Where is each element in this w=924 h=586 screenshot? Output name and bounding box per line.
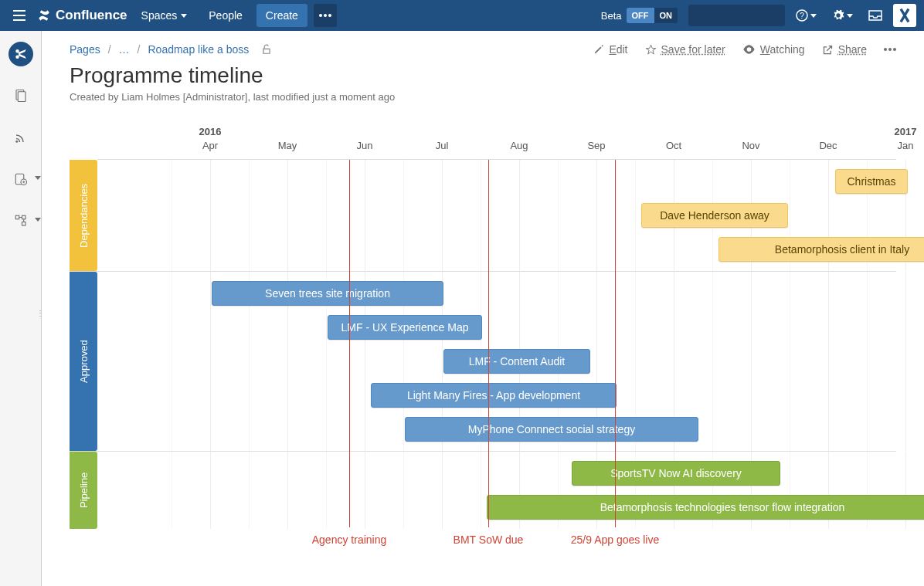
- hamburger-icon[interactable]: [8, 4, 31, 27]
- lane-label: Dependancies: [70, 160, 97, 271]
- page-actions: Edit Save for later Watching Share: [593, 43, 896, 56]
- axis-month-label: Apr: [202, 140, 218, 151]
- create-button[interactable]: Create: [256, 4, 307, 27]
- axis-month-label: Aug: [510, 140, 528, 151]
- edit-label-first: E: [609, 43, 616, 56]
- rail-resize-handle[interactable]: ⋮: [36, 309, 44, 317]
- lane-body: Seven trees site migrationLMF - UX Exper…: [97, 272, 896, 451]
- rail-shortcut-icon[interactable]: [8, 167, 33, 191]
- gear-icon[interactable]: [827, 4, 858, 27]
- toggle-on[interactable]: ON: [654, 8, 678, 23]
- avatar-icon: [897, 8, 912, 23]
- roadmap-bar[interactable]: Dave Henderson away: [641, 203, 788, 228]
- roadmap-bar[interactable]: SportsTV Now AI discovery: [572, 461, 780, 486]
- rail-tree-icon[interactable]: [8, 208, 33, 233]
- axis-month-label: Jul: [436, 140, 449, 151]
- chevron-down-icon: [35, 218, 41, 222]
- save-for-later-button[interactable]: Save for later: [645, 43, 725, 56]
- chevron-down-icon: [181, 14, 187, 18]
- breadcrumb-sep: /: [108, 43, 111, 56]
- rail-scissors-icon[interactable]: [8, 42, 33, 66]
- byline: Created by Liam Holmes [Administrator], …: [70, 91, 896, 103]
- tray-icon[interactable]: [864, 4, 887, 27]
- lane: DependanciesChristmasDave Henderson away…: [70, 160, 896, 271]
- chevron-down-icon: [847, 14, 853, 18]
- svg-point-0: [319, 14, 322, 17]
- search-box[interactable]: [688, 5, 785, 26]
- lane: PipelineSportsTV Now AI discoveryBetamor…: [70, 451, 896, 529]
- lane: ApprovedSeven trees site migrationLMF - …: [70, 271, 896, 451]
- axis-month-label: Jun: [357, 140, 373, 151]
- axis-months: AprMayJunJulAugSepOctNovDecJan: [97, 140, 896, 160]
- create-button-label: Create: [266, 9, 298, 22]
- svg-point-15: [884, 48, 887, 51]
- svg-point-16: [888, 48, 892, 51]
- pencil-icon: [593, 44, 604, 55]
- chevron-down-icon: [35, 176, 41, 180]
- axis-years: 20162017: [97, 126, 896, 140]
- watching-button[interactable]: Watching: [742, 43, 805, 56]
- toggle-off[interactable]: OFF: [627, 8, 654, 23]
- eye-icon: [742, 45, 756, 54]
- marker-label: Agency training: [312, 533, 387, 547]
- roadmap-bar[interactable]: LMF - UX Experience Map: [328, 315, 482, 340]
- unlock-icon: [261, 44, 272, 55]
- marker-label: BMT SoW due: [454, 533, 524, 547]
- watching-label-rest: atching: [769, 43, 804, 56]
- breadcrumb-current[interactable]: Roadmap like a boss: [148, 43, 249, 56]
- svg-point-17: [893, 48, 896, 51]
- more-actions-icon[interactable]: [884, 48, 896, 51]
- axis-month-label: Jan: [898, 140, 914, 151]
- axis-month-label: Nov: [742, 140, 759, 151]
- axis-month-label: Oct: [666, 140, 681, 151]
- share-icon: [822, 44, 834, 56]
- rail-feed-icon[interactable]: [8, 125, 33, 150]
- lane-label: Pipeline: [70, 452, 97, 529]
- help-icon[interactable]: ?: [791, 4, 821, 27]
- roadmap-bar[interactable]: Seven trees site migration: [212, 281, 443, 306]
- chevron-down-icon: [810, 14, 817, 18]
- edit-label-rest: dit: [617, 43, 628, 56]
- lane-label: Approved: [70, 272, 97, 451]
- axis-month-label: Sep: [587, 140, 605, 151]
- brand-label: Confluence: [56, 8, 127, 23]
- share-button[interactable]: Share: [822, 43, 867, 56]
- roadmap-bar[interactable]: Christmas: [835, 169, 908, 194]
- breadcrumb-mid[interactable]: …: [119, 43, 130, 56]
- roadmap-bar[interactable]: Betamorphosis client in Italy: [718, 237, 924, 262]
- share-label: Share: [838, 43, 867, 56]
- breadcrumb-root[interactable]: Pages: [70, 43, 100, 56]
- main-content: Pages / … / Roadmap like a boss Edit Sav…: [42, 31, 924, 586]
- axis-month-label: May: [278, 140, 297, 151]
- watching-label-first: W: [760, 43, 770, 56]
- axis-year-label: 2016: [199, 126, 222, 137]
- save-label: Save for later: [661, 43, 725, 56]
- page-title: Programme timeline: [70, 63, 896, 88]
- axis-month-label: Dec: [819, 140, 837, 151]
- lanes-container: DependanciesChristmasDave Henderson away…: [70, 160, 896, 529]
- nav-spaces-label: Spaces: [141, 9, 178, 22]
- roadmap-bar[interactable]: MyPhone Connnect social strategy: [405, 417, 698, 442]
- roadmap-bar[interactable]: LMF - Content Audit: [443, 349, 590, 374]
- roadmap-bar[interactable]: Betamorphosis technologies tensor flow i…: [487, 495, 924, 520]
- svg-point-2: [328, 14, 331, 17]
- left-rail: ⋮: [0, 31, 42, 586]
- avatar[interactable]: [893, 4, 916, 27]
- top-nav: Confluence Spaces People Create Beta OFF…: [0, 0, 924, 31]
- roadmap-bar[interactable]: Light Many Fires - App development: [371, 383, 617, 408]
- more-nav-icon[interactable]: [314, 4, 337, 27]
- rail-pages-icon[interactable]: [8, 83, 33, 108]
- nav-people-label: People: [209, 9, 243, 22]
- nav-spaces[interactable]: Spaces: [134, 4, 195, 27]
- svg-rect-8: [18, 92, 25, 102]
- svg-rect-12: [15, 215, 19, 219]
- edit-button[interactable]: Edit: [593, 43, 627, 56]
- nav-people[interactable]: People: [201, 4, 250, 27]
- brand[interactable]: Confluence: [37, 8, 127, 23]
- marker-labels: Agency trainingBMT SoW due25/9 App goes …: [97, 533, 896, 566]
- lane-body: ChristmasDave Henderson awayBetamorphosi…: [97, 160, 896, 271]
- marker-label: 25/9 App goes live: [571, 533, 659, 547]
- star-icon: [645, 44, 657, 56]
- svg-text:?: ?: [800, 12, 804, 20]
- svg-rect-14: [22, 222, 25, 226]
